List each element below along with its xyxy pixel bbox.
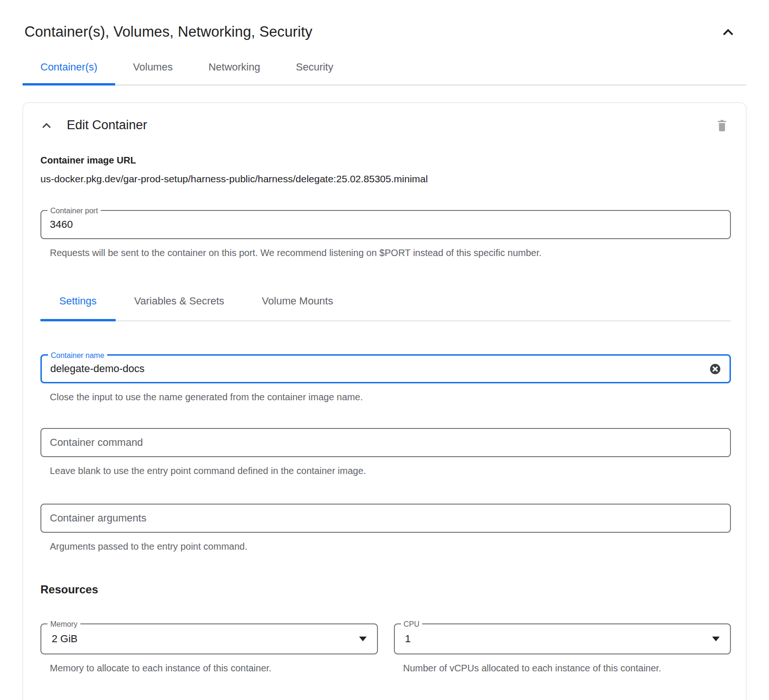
container-name-label: Container name (48, 351, 107, 360)
edit-container-header: Edit Container (40, 118, 731, 132)
collapse-section-button[interactable] (721, 25, 735, 39)
memory-value: 2 GiB (52, 633, 78, 645)
delete-container-button[interactable] (716, 119, 728, 132)
top-tab-bar: Container(s) Volumes Networking Security (23, 61, 746, 86)
container-settings-tab-bar: Settings Variables & Secrets Volume Moun… (40, 295, 731, 321)
container-command-input[interactable] (50, 436, 722, 449)
tab-networking[interactable]: Networking (190, 61, 278, 85)
tab-volumes[interactable]: Volumes (115, 61, 190, 85)
cpu-value: 1 (405, 633, 411, 645)
container-name-input[interactable] (50, 363, 704, 375)
circle-x-icon (709, 363, 721, 375)
clear-container-name-button[interactable] (709, 363, 721, 375)
memory-column: Memory 2 GiB Memory to allocate to each … (40, 623, 378, 676)
tab-volume-mounts[interactable]: Volume Mounts (243, 295, 352, 320)
container-command-box (40, 428, 731, 457)
container-name-field: Container name Close the input to use th… (40, 354, 731, 404)
container-arguments-box (40, 504, 731, 533)
edit-container-card: Edit Container Container image URL us-do… (23, 102, 746, 700)
section-header: Container(s), Volumes, Networking, Secur… (23, 23, 746, 40)
edit-container-title: Edit Container (67, 118, 147, 132)
container-command-field: Leave blank to use the entry point comma… (40, 428, 731, 478)
container-port-input[interactable] (50, 218, 722, 231)
container-arguments-field: Arguments passed to the entry point comm… (40, 504, 731, 554)
container-port-field: Container port Requests will be sent to … (40, 210, 731, 260)
cpu-select[interactable]: CPU 1 (394, 623, 731, 654)
container-port-helper: Requests will be sent to the container o… (50, 246, 731, 260)
resources-row: Memory 2 GiB Memory to allocate to each … (40, 623, 731, 676)
container-image-url-label: Container image URL (40, 155, 731, 166)
tab-settings[interactable]: Settings (40, 295, 116, 320)
page-title: Container(s), Volumes, Networking, Secur… (24, 23, 312, 40)
cpu-label: CPU (401, 620, 423, 629)
container-name-box: Container name (40, 354, 731, 383)
container-port-label: Container port (47, 206, 101, 215)
tab-variables-secrets[interactable]: Variables & Secrets (116, 295, 243, 320)
memory-label: Memory (47, 620, 80, 629)
memory-select[interactable]: Memory 2 GiB (40, 623, 378, 654)
cloud-run-container-config-panel: Container(s), Volumes, Networking, Secur… (0, 23, 769, 700)
container-port-box: Container port (40, 210, 731, 239)
caret-down-icon (712, 637, 720, 641)
tab-containers[interactable]: Container(s) (23, 61, 115, 85)
trash-icon (716, 119, 728, 132)
resources-title: Resources (40, 583, 731, 596)
container-name-helper: Close the input to use the name generate… (50, 390, 731, 404)
caret-down-icon (359, 637, 367, 641)
container-command-helper: Leave blank to use the entry point comma… (50, 464, 731, 478)
chevron-up-icon (721, 25, 735, 39)
tab-security[interactable]: Security (278, 61, 351, 85)
container-arguments-input[interactable] (50, 512, 722, 524)
collapse-container-button[interactable] (40, 119, 53, 132)
cpu-helper: Number of vCPUs allocated to each instan… (403, 661, 667, 676)
cpu-column: CPU 1 Number of vCPUs allocated to each … (394, 623, 731, 676)
container-arguments-helper: Arguments passed to the entry point comm… (50, 539, 731, 554)
memory-helper: Memory to allocate to each instance of t… (50, 661, 378, 676)
chevron-up-icon (40, 119, 53, 132)
container-image-url-value: us-docker.pkg.dev/gar-prod-setup/harness… (40, 173, 731, 185)
